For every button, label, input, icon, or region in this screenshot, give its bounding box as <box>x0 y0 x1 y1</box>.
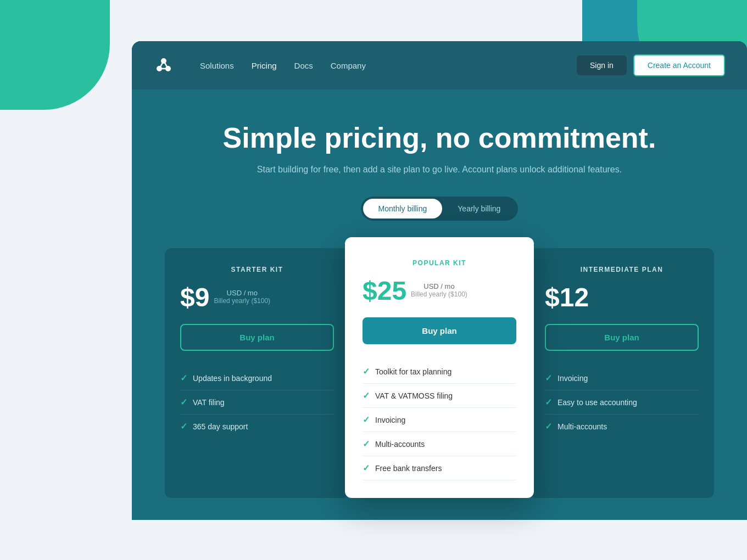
list-item: ✓ Free bank transfers <box>363 456 516 480</box>
check-icon: ✓ <box>545 397 552 407</box>
starter-price: $9 USD / mo Billed yearly ($100) <box>180 284 334 311</box>
intermediate-feature-2: Easy to use accounting <box>558 398 637 407</box>
popular-buy-button[interactable]: Buy plan <box>363 317 516 344</box>
monthly-billing-button[interactable]: Monthly billing <box>363 199 443 219</box>
list-item: ✓ Multi-accounts <box>545 415 699 438</box>
starter-price-details: USD / mo Billed yearly ($100) <box>214 284 270 305</box>
pricing-cards: STARTER KIT $9 USD / mo Billed yearly ($… <box>154 248 725 498</box>
signin-button[interactable]: Sign in <box>577 55 627 75</box>
starter-plan-label: STARTER KIT <box>180 266 334 273</box>
intermediate-plan-label: INTERMEDIATE PLAN <box>545 266 699 273</box>
hero-section: Simple pricing, no commitment. Start bui… <box>132 89 747 520</box>
popular-plan-label: POPULAR KIT <box>363 259 516 267</box>
list-item: ✓ Invoicing <box>545 366 699 390</box>
list-item: ✓ Invoicing <box>363 408 516 432</box>
list-item: ✓ Easy to use accounting <box>545 390 699 415</box>
check-icon: ✓ <box>180 397 187 407</box>
starter-price-billing: Billed yearly ($100) <box>214 297 270 305</box>
list-item: ✓ VAT filing <box>180 390 334 415</box>
intermediate-feature-list: ✓ Invoicing ✓ Easy to use accounting ✓ M… <box>545 366 699 438</box>
nav-pricing[interactable]: Pricing <box>252 61 277 70</box>
billing-toggle: Monthly billing Yearly billing <box>361 197 519 221</box>
intermediate-price: $12 <box>545 284 699 311</box>
list-item: ✓ Multi-accounts <box>363 432 516 456</box>
intermediate-plan-card: INTERMEDIATE PLAN $12 Buy plan ✓ Invoici… <box>529 248 714 498</box>
popular-price: $25 USD / mo Billed yearly ($100) <box>363 278 516 304</box>
starter-feature-3: 365 day support <box>193 422 248 431</box>
starter-feature-1: Updates in background <box>193 374 272 383</box>
list-item: ✓ 365 day support <box>180 415 334 438</box>
starter-price-amount: $9 <box>180 284 209 311</box>
nav-solutions[interactable]: Solutions <box>200 61 234 70</box>
popular-price-unit: USD / mo <box>411 282 467 290</box>
starter-buy-button[interactable]: Buy plan <box>180 324 334 351</box>
nav-docs[interactable]: Docs <box>294 61 313 70</box>
popular-feature-list: ✓ Toolkit for tax planning ✓ VAT & VATMO… <box>363 360 516 480</box>
nav-company[interactable]: Company <box>331 61 366 70</box>
popular-feature-2: VAT & VATMOSS filing <box>375 391 453 400</box>
popular-price-details: USD / mo Billed yearly ($100) <box>411 278 467 298</box>
page-subtitle: Start building for free, then add a site… <box>154 165 725 175</box>
check-icon: ✓ <box>363 439 370 449</box>
starter-price-unit: USD / mo <box>214 289 270 297</box>
intermediate-buy-button[interactable]: Buy plan <box>545 324 699 351</box>
yearly-billing-button[interactable]: Yearly billing <box>442 199 516 219</box>
popular-price-billing: Billed yearly ($100) <box>411 290 467 298</box>
starter-plan-card: STARTER KIT $9 USD / mo Billed yearly ($… <box>165 248 349 498</box>
intermediate-feature-1: Invoicing <box>558 374 588 383</box>
create-account-button[interactable]: Create an Account <box>633 54 725 76</box>
nav-links: Solutions Pricing Docs Company <box>200 61 577 70</box>
navbar: Solutions Pricing Docs Company Sign in C… <box>132 41 747 89</box>
list-item: ✓ Updates in background <box>180 366 334 390</box>
logo-icon <box>154 55 174 75</box>
popular-feature-1: Toolkit for tax planning <box>375 367 451 376</box>
list-item: ✓ Toolkit for tax planning <box>363 360 516 384</box>
logo <box>154 55 174 75</box>
nav-actions: Sign in Create an Account <box>577 54 725 76</box>
check-icon: ✓ <box>363 415 370 425</box>
check-icon: ✓ <box>363 390 370 401</box>
popular-feature-5: Free bank transfers <box>375 464 442 473</box>
main-card: Solutions Pricing Docs Company Sign in C… <box>132 41 747 520</box>
list-item: ✓ VAT & VATMOSS filing <box>363 384 516 408</box>
starter-feature-list: ✓ Updates in background ✓ VAT filing ✓ 3… <box>180 366 334 438</box>
intermediate-price-amount: $12 <box>545 284 589 311</box>
intermediate-feature-3: Multi-accounts <box>558 422 607 431</box>
check-icon: ✓ <box>180 373 187 383</box>
popular-plan-card: POPULAR KIT $25 USD / mo Billed yearly (… <box>345 237 534 498</box>
popular-feature-3: Invoicing <box>375 416 405 424</box>
starter-feature-2: VAT filing <box>193 398 225 407</box>
check-icon: ✓ <box>180 421 187 432</box>
check-icon: ✓ <box>545 421 552 432</box>
page-title: Simple pricing, no commitment. <box>154 122 725 154</box>
check-icon: ✓ <box>363 366 370 377</box>
popular-price-amount: $25 <box>363 278 406 304</box>
popular-feature-4: Multi-accounts <box>375 440 425 449</box>
check-icon: ✓ <box>545 373 552 383</box>
check-icon: ✓ <box>363 463 370 473</box>
